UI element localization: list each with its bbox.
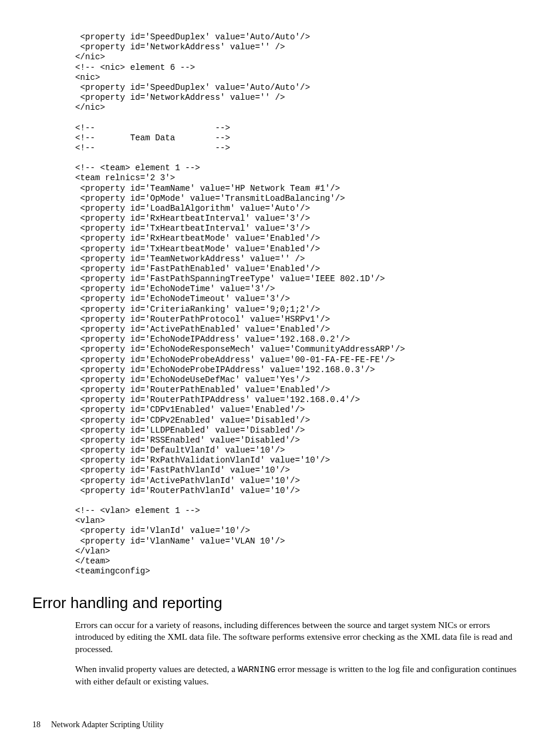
footer-doc-title: Network Adapter Scripting Utility <box>51 720 164 729</box>
page-footer: 18Network Adapter Scripting Utility <box>32 720 164 730</box>
paragraph-2: When invalid property values are detecte… <box>75 663 528 687</box>
inline-code-warning: WARNING <box>238 664 275 675</box>
page-number: 18 <box>32 720 41 729</box>
paragraph-2-part-a: When invalid property values are detecte… <box>75 664 238 674</box>
paragraph-1: Errors can occur for a variety of reason… <box>75 619 528 655</box>
xml-code-block: <property id='SpeedDuplex' value='Auto/A… <box>75 32 528 576</box>
document-page: <property id='SpeedDuplex' value='Auto/A… <box>0 0 560 746</box>
section-heading-error-handling: Error handling and reporting <box>32 594 528 612</box>
